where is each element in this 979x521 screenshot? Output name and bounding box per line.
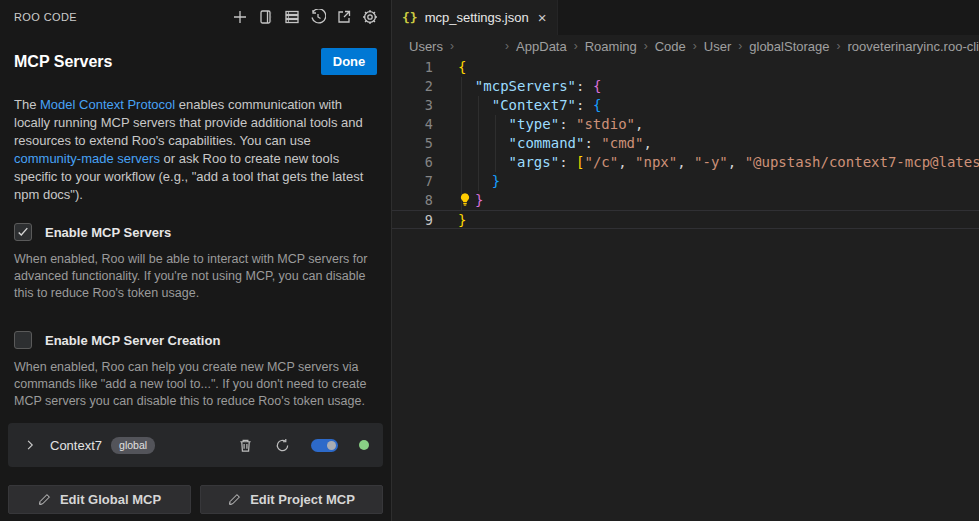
model-context-protocol-link[interactable]: Model Context Protocol — [40, 97, 175, 112]
breadcrumb-item[interactable]: Users — [409, 39, 443, 54]
chevron-right-icon: › — [450, 39, 454, 53]
code-line[interactable]: 1{ — [392, 58, 979, 77]
tab-mcp-settings-json[interactable]: {} mcp_settings.json × — [392, 0, 558, 35]
panel-toolbar — [232, 9, 378, 25]
page-header: MCP Servers Done — [0, 34, 391, 75]
server-row-context7[interactable]: Context7 global — [8, 423, 383, 467]
server-icon[interactable] — [284, 9, 300, 25]
chevron-right-icon[interactable] — [22, 437, 38, 453]
code-line[interactable]: 7 } — [392, 172, 979, 191]
line-number: 6 — [392, 153, 433, 172]
enable-mcp-creation-checkbox[interactable] — [14, 331, 32, 349]
chevron-right-icon: › — [574, 39, 578, 53]
line-number: 2 — [392, 77, 433, 96]
enable-mcp-servers-section: Enable MCP Servers When enabled, Roo wil… — [0, 223, 391, 302]
line-number: 1 — [392, 58, 433, 77]
lightbulb-icon[interactable] — [458, 192, 475, 212]
edit-project-mcp-button[interactable]: Edit Project MCP — [200, 485, 383, 514]
chevron-right-icon: › — [693, 39, 697, 53]
breadcrumb-item[interactable]: globalStorage — [749, 39, 829, 54]
intro-text: The — [14, 97, 40, 112]
line-number: 5 — [392, 134, 433, 153]
breadcrumb-item[interactable]: Code — [655, 39, 686, 54]
panel-header: ROO CODE — [0, 0, 391, 34]
enable-mcp-creation-section: Enable MCP Server Creation When enabled,… — [0, 331, 391, 410]
code-line[interactable]: 8} — [392, 191, 979, 210]
enable-mcp-creation-description: When enabled, Roo can help you create ne… — [14, 359, 372, 410]
edit-global-mcp-button[interactable]: Edit Global MCP — [8, 485, 191, 514]
server-name: Context7 — [50, 438, 102, 453]
line-number: 3 — [392, 96, 433, 115]
enable-mcp-servers-checkbox[interactable] — [14, 223, 32, 241]
restart-server-icon[interactable] — [274, 437, 290, 453]
json-file-icon: {} — [402, 10, 418, 25]
breadcrumb-item[interactable]: AppData — [516, 39, 567, 54]
breadcrumb-item[interactable]: Roaming — [585, 39, 637, 54]
app-window: ROO CODE — [0, 0, 979, 521]
edit-global-mcp-label: Edit Global MCP — [60, 492, 161, 507]
server-enabled-toggle[interactable] — [311, 439, 338, 452]
code-line[interactable]: 5 "command": "cmd", — [392, 134, 979, 153]
intro-paragraph: The Model Context Protocol enables commu… — [0, 75, 392, 204]
chevron-right-icon: › — [738, 39, 742, 53]
code-line[interactable]: 9} — [392, 210, 979, 229]
enable-mcp-servers-description: When enabled, Roo will be able to intera… — [14, 251, 372, 302]
line-number: 9 — [392, 211, 433, 228]
delete-server-icon[interactable] — [237, 437, 253, 453]
code-editor[interactable]: 1{2 "mcpServers": {3 "Context7": {4 "typ… — [392, 57, 979, 521]
breadcrumb-item[interactable]: User — [704, 39, 731, 54]
editor-tabbar: {} mcp_settings.json × — [392, 0, 979, 35]
done-button[interactable]: Done — [321, 48, 377, 75]
pencil-icon — [38, 493, 51, 506]
gear-icon[interactable] — [362, 9, 378, 25]
notebook-icon[interactable] — [258, 9, 274, 25]
server-status-indicator — [359, 440, 369, 450]
line-number: 8 — [392, 191, 433, 210]
chevron-right-icon: › — [837, 39, 841, 53]
line-number: 7 — [392, 172, 433, 191]
plus-icon[interactable] — [232, 9, 248, 25]
tab-filename: mcp_settings.json — [425, 10, 529, 25]
page-title: MCP Servers — [14, 53, 112, 71]
breadcrumb: Users››AppData›Roaming›Code›User›globalS… — [392, 35, 979, 57]
history-icon[interactable] — [310, 9, 326, 25]
server-scope-badge: global — [111, 437, 155, 454]
pencil-icon — [228, 493, 241, 506]
code-line[interactable]: 2 "mcpServers": { — [392, 77, 979, 96]
close-tab-icon[interactable]: × — [536, 9, 549, 26]
editor-pane: {} mcp_settings.json × Users››AppData›Ro… — [392, 0, 979, 521]
enable-mcp-creation-label: Enable MCP Server Creation — [45, 333, 220, 348]
code-line[interactable]: 4 "type": "stdio", — [392, 115, 979, 134]
mcp-edit-buttons: Edit Global MCP Edit Project MCP — [8, 485, 383, 514]
extension-title: ROO CODE — [14, 11, 77, 23]
roo-code-panel: ROO CODE — [0, 0, 392, 521]
chevron-right-icon: › — [505, 39, 509, 53]
edit-project-mcp-label: Edit Project MCP — [250, 492, 355, 507]
line-number: 4 — [392, 115, 433, 134]
breadcrumb-item[interactable]: rooveterinaryinc.roo-cli — [848, 39, 979, 54]
code-line[interactable]: 3 "Context7": { — [392, 96, 979, 115]
enable-mcp-servers-label: Enable MCP Servers — [45, 225, 171, 240]
popout-icon[interactable] — [336, 9, 352, 25]
community-servers-link[interactable]: community-made servers — [14, 151, 160, 166]
code-line[interactable]: 6 "args": ["/c", "npx", "-y", "@upstash/… — [392, 153, 979, 172]
chevron-right-icon: › — [644, 39, 648, 53]
